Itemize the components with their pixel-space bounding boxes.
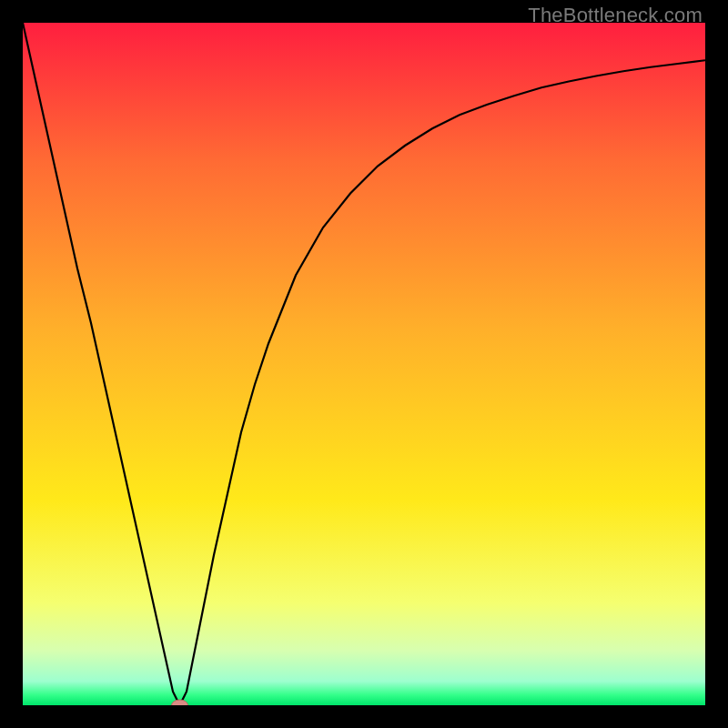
plot-background bbox=[23, 23, 705, 705]
bottleneck-chart bbox=[23, 23, 705, 705]
